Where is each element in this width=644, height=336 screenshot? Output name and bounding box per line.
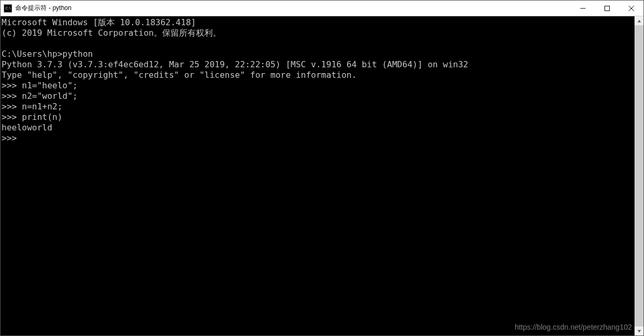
scroll-down-arrow-icon[interactable] xyxy=(635,327,643,335)
terminal-output[interactable]: Microsoft Windows [版本 10.0.18362.418] (c… xyxy=(1,16,635,335)
vertical-scrollbar[interactable] xyxy=(635,16,643,335)
terminal-body: Microsoft Windows [版本 10.0.18362.418] (c… xyxy=(1,16,643,335)
window-frame: C:\ 命令提示符 - python Microsoft Windows [版本… xyxy=(0,0,644,336)
svg-marker-5 xyxy=(637,330,640,332)
svg-marker-4 xyxy=(637,19,640,22)
window-controls xyxy=(571,1,643,16)
cmd-icon: C:\ xyxy=(4,4,12,13)
scroll-up-arrow-icon[interactable] xyxy=(635,16,643,25)
window-title: 命令提示符 - python xyxy=(15,4,72,13)
scroll-thumb[interactable] xyxy=(635,25,643,327)
svg-rect-1 xyxy=(605,6,610,11)
minimize-button[interactable] xyxy=(571,1,595,16)
close-button[interactable] xyxy=(619,1,643,16)
maximize-button[interactable] xyxy=(595,1,619,16)
titlebar-left: C:\ 命令提示符 - python xyxy=(1,4,72,13)
watermark-text: https://blog.csdn.net/peterzhang102 xyxy=(514,323,632,331)
scroll-track[interactable] xyxy=(635,25,643,327)
titlebar[interactable]: C:\ 命令提示符 - python xyxy=(1,1,643,16)
